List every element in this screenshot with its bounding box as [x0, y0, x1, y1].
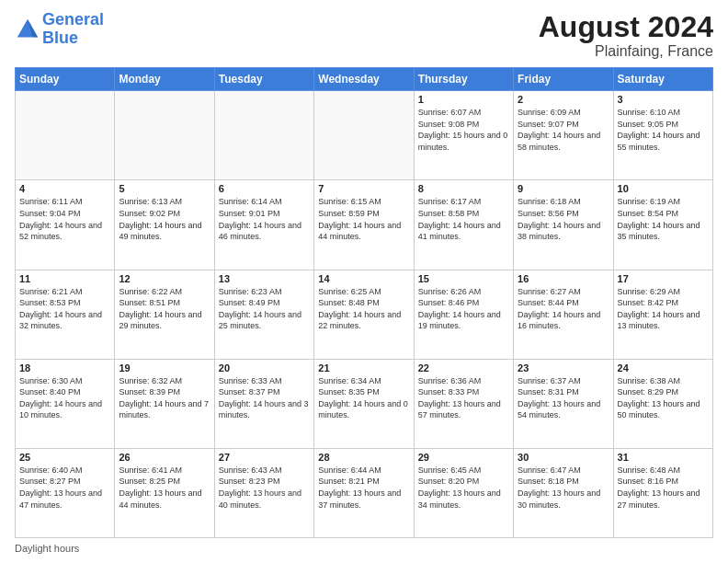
calendar-cell: 25Sunrise: 6:40 AM Sunset: 8:27 PM Dayli… [16, 448, 115, 537]
calendar-cell: 12Sunrise: 6:22 AM Sunset: 8:51 PM Dayli… [115, 270, 214, 359]
location: Plainfaing, France [539, 43, 713, 60]
logo-text: General Blue [42, 11, 104, 48]
day-number: 27 [219, 452, 310, 463]
day-info: Sunrise: 6:14 AM Sunset: 9:01 PM Dayligh… [219, 196, 310, 242]
day-number: 13 [219, 273, 310, 284]
day-info: Sunrise: 6:21 AM Sunset: 8:53 PM Dayligh… [19, 286, 110, 332]
day-info: Sunrise: 6:36 AM Sunset: 8:33 PM Dayligh… [418, 375, 509, 421]
day-number: 16 [518, 273, 609, 284]
col-header-monday: Monday [115, 68, 214, 91]
calendar-cell: 5Sunrise: 6:13 AM Sunset: 9:02 PM Daylig… [115, 180, 214, 270]
calendar-cell: 24Sunrise: 6:38 AM Sunset: 8:29 PM Dayli… [613, 359, 712, 448]
calendar-cell: 1Sunrise: 6:07 AM Sunset: 9:08 PM Daylig… [414, 91, 513, 180]
day-info: Sunrise: 6:07 AM Sunset: 9:08 PM Dayligh… [418, 107, 509, 153]
day-info: Sunrise: 6:15 AM Sunset: 8:59 PM Dayligh… [318, 196, 409, 242]
day-info: Sunrise: 6:19 AM Sunset: 8:54 PM Dayligh… [618, 196, 709, 242]
day-number: 5 [119, 183, 210, 194]
day-info: Sunrise: 6:13 AM Sunset: 9:02 PM Dayligh… [119, 196, 210, 242]
day-info: Sunrise: 6:10 AM Sunset: 9:05 PM Dayligh… [618, 107, 709, 153]
day-info: Sunrise: 6:33 AM Sunset: 8:37 PM Dayligh… [219, 375, 310, 421]
day-info: Sunrise: 6:44 AM Sunset: 8:21 PM Dayligh… [318, 465, 409, 511]
day-number: 22 [418, 362, 509, 373]
day-info: Sunrise: 6:11 AM Sunset: 9:04 PM Dayligh… [19, 196, 110, 242]
day-number: 25 [19, 452, 110, 463]
day-number: 24 [618, 362, 709, 373]
calendar-cell: 14Sunrise: 6:25 AM Sunset: 8:48 PM Dayli… [314, 270, 414, 359]
logo: General Blue [15, 11, 104, 48]
calendar-cell: 31Sunrise: 6:48 AM Sunset: 8:16 PM Dayli… [613, 448, 712, 537]
footer-note: Daylight hours [15, 543, 713, 554]
calendar-cell: 19Sunrise: 6:32 AM Sunset: 8:39 PM Dayli… [115, 359, 214, 448]
day-number: 6 [219, 183, 310, 194]
calendar-week-2: 11Sunrise: 6:21 AM Sunset: 8:53 PM Dayli… [16, 270, 713, 359]
day-info: Sunrise: 6:37 AM Sunset: 8:31 PM Dayligh… [518, 375, 609, 421]
day-info: Sunrise: 6:26 AM Sunset: 8:46 PM Dayligh… [418, 286, 509, 332]
day-number: 20 [219, 362, 310, 373]
day-info: Sunrise: 6:09 AM Sunset: 9:07 PM Dayligh… [518, 107, 609, 153]
calendar-cell: 4Sunrise: 6:11 AM Sunset: 9:04 PM Daylig… [16, 180, 115, 270]
day-number: 23 [518, 362, 609, 373]
day-info: Sunrise: 6:22 AM Sunset: 8:51 PM Dayligh… [119, 286, 210, 332]
calendar-table: SundayMondayTuesdayWednesdayThursdayFrid… [15, 67, 713, 538]
day-info: Sunrise: 6:32 AM Sunset: 8:39 PM Dayligh… [119, 375, 210, 421]
day-number: 30 [518, 452, 609, 463]
calendar-cell: 30Sunrise: 6:47 AM Sunset: 8:18 PM Dayli… [514, 448, 613, 537]
month-year: August 2024 [539, 11, 713, 43]
day-number: 15 [418, 273, 509, 284]
calendar-cell: 23Sunrise: 6:37 AM Sunset: 8:31 PM Dayli… [514, 359, 613, 448]
day-number: 28 [318, 452, 409, 463]
col-header-saturday: Saturday [613, 68, 712, 91]
calendar-cell: 7Sunrise: 6:15 AM Sunset: 8:59 PM Daylig… [314, 180, 414, 270]
day-info: Sunrise: 6:41 AM Sunset: 8:25 PM Dayligh… [119, 465, 210, 511]
calendar-cell: 20Sunrise: 6:33 AM Sunset: 8:37 PM Dayli… [214, 359, 313, 448]
page: General Blue August 2024 Plainfaing, Fra… [0, 0, 728, 563]
calendar-cell: 6Sunrise: 6:14 AM Sunset: 9:01 PM Daylig… [214, 180, 313, 270]
day-number: 18 [19, 362, 110, 373]
calendar-cell: 18Sunrise: 6:30 AM Sunset: 8:40 PM Dayli… [16, 359, 115, 448]
day-number: 4 [19, 183, 110, 194]
calendar-cell: 26Sunrise: 6:41 AM Sunset: 8:25 PM Dayli… [115, 448, 214, 537]
col-header-sunday: Sunday [16, 68, 115, 91]
day-number: 9 [518, 183, 609, 194]
day-number: 17 [618, 273, 709, 284]
day-number: 31 [618, 452, 709, 463]
day-number: 7 [318, 183, 409, 194]
calendar-cell: 16Sunrise: 6:27 AM Sunset: 8:44 PM Dayli… [514, 270, 613, 359]
day-number: 10 [618, 183, 709, 194]
day-info: Sunrise: 6:23 AM Sunset: 8:49 PM Dayligh… [219, 286, 310, 332]
day-info: Sunrise: 6:30 AM Sunset: 8:40 PM Dayligh… [19, 375, 110, 421]
day-number: 12 [119, 273, 210, 284]
calendar-cell: 13Sunrise: 6:23 AM Sunset: 8:49 PM Dayli… [214, 270, 313, 359]
header: General Blue August 2024 Plainfaing, Fra… [15, 11, 713, 60]
calendar-week-0: 1Sunrise: 6:07 AM Sunset: 9:08 PM Daylig… [16, 91, 713, 180]
day-info: Sunrise: 6:47 AM Sunset: 8:18 PM Dayligh… [518, 465, 609, 511]
logo-line1: General [42, 10, 104, 29]
col-header-wednesday: Wednesday [314, 68, 414, 91]
day-number: 21 [318, 362, 409, 373]
day-number: 14 [318, 273, 409, 284]
calendar-week-4: 25Sunrise: 6:40 AM Sunset: 8:27 PM Dayli… [16, 448, 713, 537]
day-info: Sunrise: 6:25 AM Sunset: 8:48 PM Dayligh… [318, 286, 409, 332]
day-info: Sunrise: 6:45 AM Sunset: 8:20 PM Dayligh… [418, 465, 509, 511]
col-header-thursday: Thursday [414, 68, 513, 91]
day-number: 19 [119, 362, 210, 373]
calendar-cell: 11Sunrise: 6:21 AM Sunset: 8:53 PM Dayli… [16, 270, 115, 359]
calendar-cell: 28Sunrise: 6:44 AM Sunset: 8:21 PM Dayli… [314, 448, 414, 537]
col-header-tuesday: Tuesday [214, 68, 313, 91]
day-info: Sunrise: 6:40 AM Sunset: 8:27 PM Dayligh… [19, 465, 110, 511]
calendar-week-3: 18Sunrise: 6:30 AM Sunset: 8:40 PM Dayli… [16, 359, 713, 448]
calendar-cell: 29Sunrise: 6:45 AM Sunset: 8:20 PM Dayli… [414, 448, 513, 537]
day-info: Sunrise: 6:27 AM Sunset: 8:44 PM Dayligh… [518, 286, 609, 332]
calendar-cell: 8Sunrise: 6:17 AM Sunset: 8:58 PM Daylig… [414, 180, 513, 270]
calendar-cell: 15Sunrise: 6:26 AM Sunset: 8:46 PM Dayli… [414, 270, 513, 359]
calendar-cell: 3Sunrise: 6:10 AM Sunset: 9:05 PM Daylig… [613, 91, 712, 180]
day-number: 11 [19, 273, 110, 284]
day-number: 29 [418, 452, 509, 463]
calendar-header-row: SundayMondayTuesdayWednesdayThursdayFrid… [16, 68, 713, 91]
logo-icon [15, 17, 40, 42]
day-number: 26 [119, 452, 210, 463]
day-info: Sunrise: 6:48 AM Sunset: 8:16 PM Dayligh… [618, 465, 709, 511]
day-number: 2 [518, 94, 609, 105]
title-block: August 2024 Plainfaing, France [539, 11, 713, 60]
calendar-cell: 22Sunrise: 6:36 AM Sunset: 8:33 PM Dayli… [414, 359, 513, 448]
